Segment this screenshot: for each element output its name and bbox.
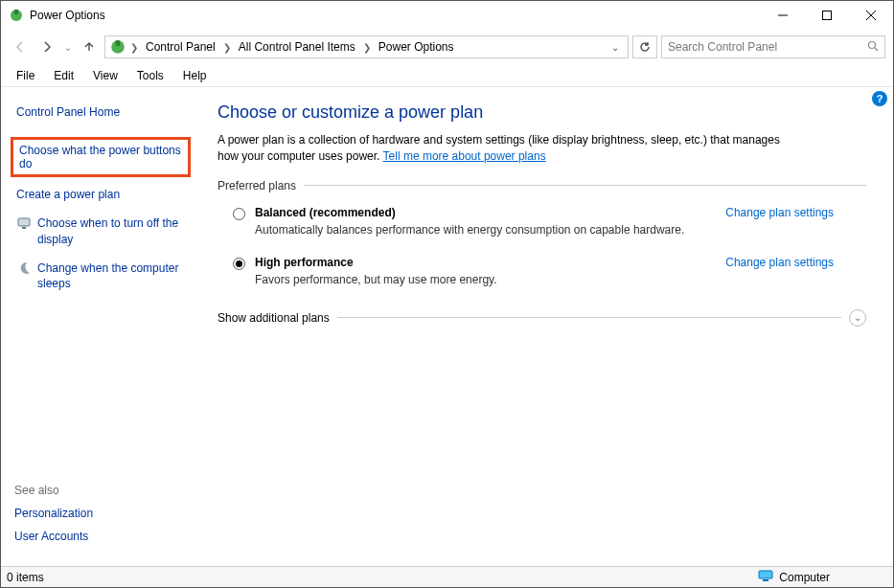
change-plan-settings-link[interactable]: Change plan settings [725,206,866,219]
power-options-icon [9,8,24,23]
forward-button[interactable] [35,35,58,58]
svg-point-8 [869,41,876,48]
plan-name: High performance [255,256,354,269]
help-icon[interactable]: ? [872,91,887,106]
sidebar-item-display-off[interactable]: Choose when to turn off the display [14,212,191,250]
plan-high-performance: High performance Change plan settings Fa… [218,256,866,300]
refresh-button[interactable] [632,35,657,58]
learn-more-link[interactable]: Tell me more about power plans [383,149,546,163]
svg-line-9 [875,48,878,51]
search-icon [867,40,879,55]
navigation-row: ⌄ ❯ Control Panel ❯ All Control Panel It… [1,30,893,64]
computer-icon [758,570,773,584]
sidebar-item-create-plan[interactable]: Create a power plan [14,183,191,206]
svg-rect-1 [14,10,18,14]
plan-name: Balanced (recommended) [255,206,396,219]
sidebar: Control Panel Home Choose what the power… [1,87,200,566]
recent-dropdown[interactable]: ⌄ [62,42,74,53]
see-also-heading: See also [14,484,191,497]
menu-file[interactable]: File [9,67,42,84]
change-plan-settings-link[interactable]: Change plan settings [725,256,866,269]
back-button[interactable] [9,35,32,58]
up-button[interactable] [78,35,101,58]
chevron-down-icon: ⌄ [849,309,866,327]
breadcrumb[interactable]: Control Panel [142,40,219,54]
minimize-button[interactable] [761,1,805,30]
menu-bar: File Edit View Tools Help [1,64,893,87]
sidebar-home-link[interactable]: Control Panel Home [14,101,191,124]
sidebar-item-label: Change when the computer sleeps [37,260,189,291]
power-plan-icon [109,38,126,56]
plan-balanced: Balanced (recommended) Change plan setti… [218,206,866,250]
title-bar: Power Options [1,1,893,30]
svg-rect-13 [763,579,768,581]
menu-help[interactable]: Help [175,67,215,84]
chevron-right-icon[interactable]: ❯ [361,42,373,53]
sidebar-item-label: Choose when to turn off the display [37,215,189,246]
status-bar: 0 items Computer [1,566,893,587]
plan-description: Favors performance, but may use more ene… [255,273,866,286]
monitor-icon [16,215,32,231]
preferred-plans-heading: Preferred plans [218,179,866,192]
breadcrumb[interactable]: All Control Panel Items [235,40,359,54]
svg-rect-12 [759,571,772,578]
chevron-right-icon[interactable]: ❯ [128,42,140,53]
see-also-personalization[interactable]: Personalization [14,507,191,520]
search-placeholder: Search Control Panel [668,40,867,54]
close-button[interactable] [849,1,893,30]
plan-description: Automatically balances performance with … [255,223,866,237]
svg-rect-10 [18,218,30,226]
page-description: A power plan is a collection of hardware… [218,132,792,166]
chevron-right-icon[interactable]: ❯ [221,42,233,53]
radio-balanced[interactable] [233,208,245,220]
address-dropdown[interactable]: ⌄ [607,42,624,53]
search-input[interactable]: Search Control Panel [661,35,885,58]
menu-edit[interactable]: Edit [46,67,81,84]
radio-high-performance[interactable] [233,258,245,270]
menu-tools[interactable]: Tools [129,67,172,84]
status-computer-label: Computer [779,571,830,584]
status-item-count: 0 items [7,571,758,584]
menu-view[interactable]: View [85,67,126,84]
page-title: Choose or customize a power plan [218,102,866,123]
sidebar-item-power-buttons[interactable]: Choose what the power buttons do [11,137,191,177]
show-additional-plans[interactable]: Show additional plans ⌄ [218,309,866,327]
window-title: Power Options [30,9,105,22]
breadcrumb[interactable]: Power Options [375,40,458,54]
moon-icon [16,260,32,276]
see-also-section: See also Personalization User Accounts [14,484,191,553]
address-bar[interactable]: ❯ Control Panel ❯ All Control Panel Item… [104,35,629,58]
expand-label: Show additional plans [218,311,330,325]
maximize-button[interactable] [805,1,849,30]
svg-rect-7 [116,40,121,46]
svg-rect-3 [823,11,832,20]
sidebar-item-label: Create a power plan [16,187,120,202]
sidebar-item-label: Choose what the power buttons do [19,144,181,170]
svg-rect-11 [22,227,26,229]
main-content: ? Choose or customize a power plan A pow… [200,87,893,566]
see-also-user-accounts[interactable]: User Accounts [14,530,191,543]
sidebar-item-sleep[interactable]: Change when the computer sleeps [14,257,191,295]
